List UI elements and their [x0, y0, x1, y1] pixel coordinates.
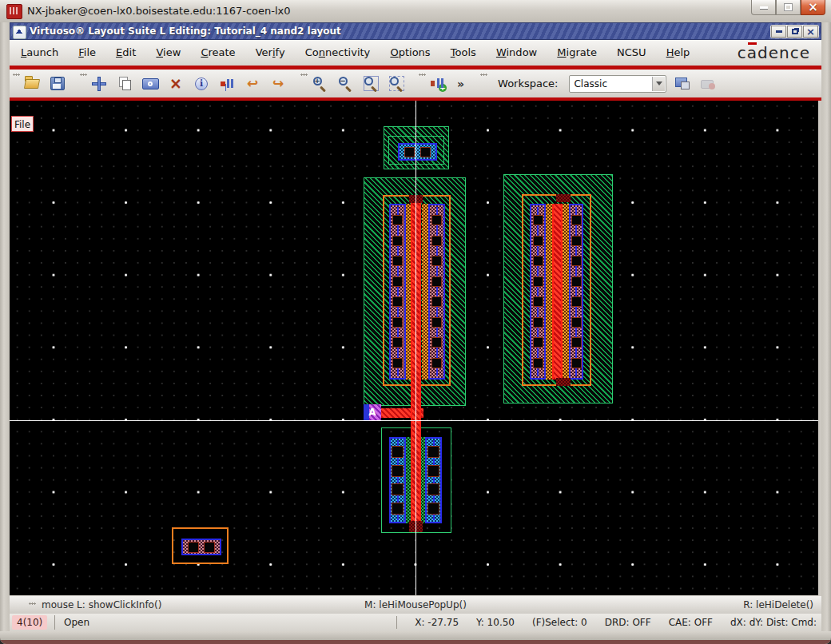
app-minimize-button[interactable]: [771, 26, 786, 38]
stretch-button[interactable]: [141, 74, 160, 93]
contact-via: [533, 337, 543, 348]
maximize-icon: [785, 4, 792, 10]
contact-via: [392, 337, 403, 348]
toolbar-overflow-chevron[interactable]: »: [454, 78, 467, 90]
pmos-source-rail[interactable]: [389, 204, 406, 380]
stretch-icon: [142, 78, 159, 89]
zoom-in-button[interactable]: +: [310, 74, 329, 93]
menu-help[interactable]: Help: [658, 40, 698, 66]
workspace-save-icon: [675, 78, 690, 89]
menu-connectivity[interactable]: Connectivity: [297, 40, 379, 66]
mouse-left-binding: mouse L: showClickInfo(): [42, 596, 161, 614]
workspace-label: Workspace:: [498, 78, 558, 89]
contact-via: [392, 215, 403, 225]
menu-view[interactable]: View: [148, 40, 189, 66]
redo-button[interactable]: ↪: [268, 74, 288, 93]
window-frame-bottom: [0, 631, 831, 644]
properties-button[interactable]: [192, 74, 211, 93]
poly-gate[interactable]: [552, 204, 563, 380]
contact-via: [533, 358, 543, 368]
properties-icon: [195, 78, 208, 90]
close-button[interactable]: ×: [801, 0, 825, 15]
maximize-button[interactable]: [776, 0, 801, 15]
menu-window[interactable]: Window: [488, 40, 545, 66]
contact-via: [392, 503, 404, 515]
close-icon: ×: [806, 26, 815, 37]
menu-ncsu[interactable]: NCSU: [609, 40, 654, 66]
zoom-to-selected-button[interactable]: [387, 74, 406, 93]
menu-migrate[interactable]: Migrate: [549, 40, 605, 66]
nmos-source-rail[interactable]: [389, 437, 406, 523]
cursor-y: Y: 10.50: [476, 614, 515, 631]
workspace-dropdown[interactable]: Classic: [569, 75, 666, 93]
delta-readout: dX: dY: Dist: Cmd:: [730, 614, 817, 631]
contact-via: [392, 296, 403, 307]
menu-verify[interactable]: Verify: [248, 40, 293, 66]
zoom-out-button[interactable]: −: [336, 74, 355, 93]
app-close-button[interactable]: ×: [803, 26, 818, 38]
save-button[interactable]: [48, 74, 67, 93]
cae-status: CAE: OFF: [669, 614, 713, 631]
menu-file[interactable]: File: [70, 40, 104, 66]
virtuoso-title-bar[interactable]: Virtuoso® Layout Suite L Editing: Tutori…: [10, 22, 821, 40]
create-pin-button[interactable]: [217, 74, 237, 93]
workspace-save-button[interactable]: [673, 74, 692, 93]
cadence-logo: cadence: [738, 43, 810, 62]
x-axis-line: [10, 420, 818, 421]
substrate-tap-metal[interactable]: [181, 539, 221, 555]
delete-icon: ×: [169, 76, 182, 91]
nmos-drain-rail[interactable]: [425, 437, 442, 523]
pmos-source-rail[interactable]: [530, 204, 546, 380]
mouse-bindings-bar: mouse L: showClickInfo() M: leHiMousePop…: [10, 596, 821, 614]
menu-launch[interactable]: Launch: [13, 40, 66, 66]
menu-create[interactable]: Create: [193, 40, 243, 66]
open-file-button[interactable]: [22, 74, 42, 93]
drd-status: DRD: OFF: [605, 614, 651, 631]
contact-via: [392, 317, 403, 328]
pmos-drain-rail[interactable]: [428, 204, 445, 380]
contact-via: [431, 236, 442, 246]
cursor-x: X: -27.75: [415, 614, 459, 631]
close-icon: ×: [808, 2, 818, 14]
poly-end-cap: [556, 194, 571, 202]
show-connectivity-button[interactable]: +: [428, 74, 447, 93]
grid-badge: 4(10): [12, 615, 47, 630]
dropdown-arrow-icon[interactable]: [652, 77, 665, 91]
move-button[interactable]: [89, 74, 109, 93]
menu-tools[interactable]: Tools: [443, 40, 484, 66]
contact-via: [571, 215, 582, 225]
pmos-right-transistor[interactable]: [530, 204, 583, 380]
toolbar-group-connectivity: + »: [416, 71, 477, 96]
status-divider: [396, 616, 397, 629]
mode-indicator: Open: [64, 614, 89, 631]
redo-icon: ↪: [272, 77, 284, 90]
app-restore-button[interactable]: [787, 26, 802, 38]
contact-via: [404, 147, 415, 157]
minimize-button[interactable]: [751, 0, 776, 15]
pin-label-a[interactable]: A: [364, 404, 381, 420]
canvas-file-label[interactable]: File: [11, 116, 34, 132]
nwell-tap-region[interactable]: [384, 126, 449, 169]
minimize-icon: [760, 6, 768, 9]
metal1-tap[interactable]: [398, 143, 437, 161]
contact-via: [431, 296, 442, 307]
menu-edit[interactable]: Edit: [108, 40, 144, 66]
chevron-down-icon: [16, 30, 22, 34]
pdiff-strip: [422, 204, 428, 380]
workspace-delete-button[interactable]: [698, 74, 718, 93]
copy-button[interactable]: [115, 74, 134, 93]
save-icon: [50, 77, 65, 90]
delete-button[interactable]: ×: [166, 74, 185, 93]
workspace-delete-icon: [701, 78, 715, 89]
move-icon: [92, 77, 106, 91]
toolbar-group-workspace: Workspace: Classic: [477, 71, 727, 96]
undo-button[interactable]: ↩: [243, 74, 262, 93]
layout-canvas[interactable]: A File: [10, 101, 818, 595]
show-connectivity-icon: +: [430, 77, 446, 90]
os-title-bar[interactable]: NX-jbaker@coen-lx0.boisestate.edu:1167-c…: [0, 0, 831, 23]
contact-via: [392, 483, 404, 495]
pmos-drain-rail[interactable]: [569, 204, 583, 380]
menu-bar: Launch File Edit View Create Verify Conn…: [10, 40, 821, 66]
menu-options[interactable]: Options: [382, 40, 438, 66]
zoom-to-fit-button[interactable]: [361, 74, 380, 93]
